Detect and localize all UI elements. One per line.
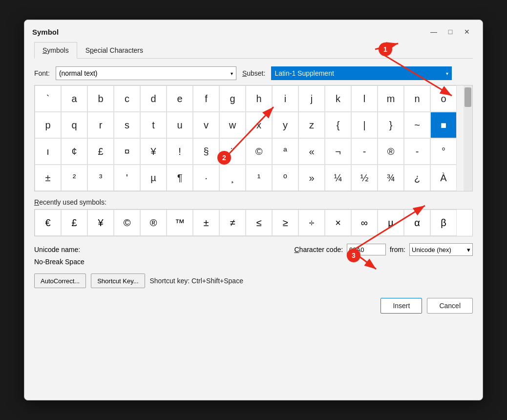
font-dropdown[interactable]: (normal text) ▾	[56, 66, 236, 80]
symbol-cell[interactable]: º	[272, 165, 298, 191]
symbol-cell[interactable]: ¼	[325, 165, 351, 191]
symbol-cell[interactable]: °	[430, 138, 457, 165]
symbol-cell[interactable]: §	[193, 138, 219, 165]
symbol-cell[interactable]: ±	[35, 165, 61, 191]
symbol-cell[interactable]: l	[351, 85, 378, 112]
symbol-cell[interactable]: s	[114, 112, 140, 138]
symbol-cell[interactable]: p	[35, 112, 61, 138]
symbol-cell[interactable]: »	[298, 165, 325, 191]
subset-dropdown[interactable]: Latin-1 Supplement ▾	[271, 66, 452, 80]
from-value: Unicode (hex)	[412, 246, 451, 253]
symbol-cell[interactable]: {	[325, 112, 351, 138]
symbol-cell[interactable]: f	[193, 85, 219, 112]
symbol-cell[interactable]: «	[298, 138, 325, 165]
cancel-button[interactable]: Cancel	[427, 298, 473, 314]
symbol-cell[interactable]: c	[114, 85, 140, 112]
recent-symbol-cell[interactable]: ×	[325, 210, 351, 236]
symbol-cell[interactable]: }	[378, 112, 404, 138]
symbol-cell[interactable]: ®	[378, 138, 404, 165]
symbol-cell[interactable]: w	[219, 112, 246, 138]
minimize-button[interactable]: —	[426, 26, 442, 38]
symbol-cell[interactable]: |	[351, 112, 378, 138]
symbol-cell[interactable]: ¢	[61, 138, 87, 165]
recent-symbol-cell[interactable]: ∞	[351, 210, 378, 236]
symbol-cell[interactable]: u	[167, 112, 193, 138]
recent-symbol-cell[interactable]: ¥	[87, 210, 114, 236]
subset-value: Latin-1 Supplement	[275, 69, 334, 77]
symbol-cell[interactable]: o	[430, 85, 457, 112]
symbol-cell[interactable]: ¶	[167, 165, 193, 191]
symbol-cell[interactable]: -	[404, 138, 430, 165]
recent-symbol-cell[interactable]: µ	[378, 210, 404, 236]
symbol-cell[interactable]: ª	[272, 138, 298, 165]
recent-symbol-cell[interactable]: ≥	[272, 210, 298, 236]
tab-symbols[interactable]: Symbols	[34, 42, 77, 59]
symbol-cell[interactable]: !	[167, 138, 193, 165]
symbol-cell[interactable]: y	[272, 112, 298, 138]
symbol-cell[interactable]: d	[140, 85, 167, 112]
symbol-cell[interactable]: ~	[404, 112, 430, 138]
recent-symbol-cell[interactable]: β	[430, 210, 457, 236]
symbol-cell[interactable]: ·	[193, 165, 219, 191]
symbol-cell[interactable]: ¿	[404, 165, 430, 191]
tab-special-characters[interactable]: Special Characters	[77, 42, 151, 59]
close-button[interactable]: ✕	[459, 26, 475, 38]
recent-symbol-cell[interactable]: £	[61, 210, 87, 236]
symbol-cell[interactable]: ©	[246, 138, 272, 165]
symbol-cell[interactable]: ½	[351, 165, 378, 191]
unicode-name-value: No-Break Space	[34, 258, 84, 266]
symbol-cell[interactable]: r	[87, 112, 114, 138]
recent-symbol-cell[interactable]: ≠	[219, 210, 246, 236]
symbol-cell[interactable]: -	[351, 138, 378, 165]
symbol-cell[interactable]: ¨	[219, 138, 246, 165]
symbol-cell[interactable]: ■	[430, 112, 457, 138]
character-code-input[interactable]	[347, 244, 386, 255]
shortcut-key-button[interactable]: Shortcut Key...	[91, 273, 145, 288]
symbol-cell[interactable]: µ	[140, 165, 167, 191]
symbol-cell[interactable]: ¸	[219, 165, 246, 191]
symbol-cell[interactable]: '	[114, 165, 140, 191]
symbol-cell[interactable]: j	[298, 85, 325, 112]
symbol-cell[interactable]: b	[87, 85, 114, 112]
symbol-cell[interactable]: h	[246, 85, 272, 112]
maximize-button[interactable]: □	[443, 26, 458, 38]
symbol-cell[interactable]: `	[35, 85, 61, 112]
recently-used-label: Recently used symbols:	[34, 198, 473, 206]
symbol-cell[interactable]: ¾	[378, 165, 404, 191]
symbol-cell[interactable]: t	[140, 112, 167, 138]
symbol-cell[interactable]: e	[167, 85, 193, 112]
from-dropdown[interactable]: Unicode (hex) ▾	[409, 243, 473, 256]
recent-symbol-cell[interactable]: ©	[114, 210, 140, 236]
symbol-cell[interactable]: À	[430, 165, 457, 191]
symbol-cell[interactable]: q	[61, 112, 87, 138]
recent-symbol-cell[interactable]: ≤	[246, 210, 272, 236]
dialog-content: Symbols Special Characters Font: (normal…	[24, 42, 483, 323]
recent-symbol-cell[interactable]: α	[404, 210, 430, 236]
symbol-cell[interactable]: ¬	[325, 138, 351, 165]
symbol-cell[interactable]: ¹	[246, 165, 272, 191]
symbol-cell[interactable]: m	[378, 85, 404, 112]
recent-symbol-cell[interactable]: ™	[167, 210, 193, 236]
symbol-cell[interactable]: a	[61, 85, 87, 112]
symbol-cell[interactable]: ¥	[140, 138, 167, 165]
symbol-cell[interactable]: x	[246, 112, 272, 138]
insert-button[interactable]: Insert	[380, 298, 422, 314]
recent-symbol-cell[interactable]: ±	[193, 210, 219, 236]
symbol-cell[interactable]: i	[272, 85, 298, 112]
recent-symbol-cell[interactable]: €	[35, 210, 61, 236]
scrollbar[interactable]	[464, 85, 472, 191]
symbol-cell[interactable]: ²	[61, 165, 87, 191]
recent-symbol-cell[interactable]: ®	[140, 210, 167, 236]
symbol-cell[interactable]: ³	[87, 165, 114, 191]
symbol-cell[interactable]: n	[404, 85, 430, 112]
recent-symbol-cell[interactable]: ÷	[298, 210, 325, 236]
symbol-cell[interactable]: k	[325, 85, 351, 112]
symbol-cell[interactable]: ı	[35, 138, 61, 165]
autocorrect-button[interactable]: AutoCorrect...	[34, 273, 86, 288]
symbol-cell[interactable]: £	[87, 138, 114, 165]
symbol-cell[interactable]: ¤	[114, 138, 140, 165]
subset-dropdown-arrow: ▾	[446, 71, 448, 76]
symbol-cell[interactable]: v	[193, 112, 219, 138]
symbol-cell[interactable]: z	[298, 112, 325, 138]
symbol-cell[interactable]: g	[219, 85, 246, 112]
